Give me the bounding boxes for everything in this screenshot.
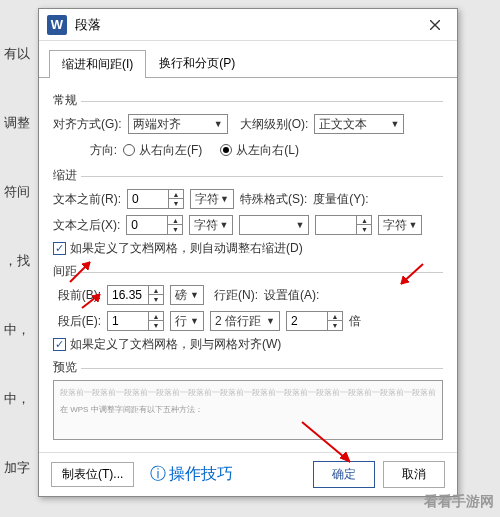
checkbox-checked-icon: ✓	[53, 242, 66, 255]
paragraph-dialog: W 段落 缩进和间距(I) 换行和分页(P) 常规 对齐方式(G): 两端对齐 …	[38, 8, 458, 497]
before-para-unit-combo[interactable]: 磅▼	[170, 285, 204, 305]
before-unit-combo[interactable]: 字符▼	[190, 189, 234, 209]
before-para-input[interactable]	[108, 286, 148, 304]
set-value-spinner[interactable]: ▲▼	[286, 311, 343, 331]
tab-indent-spacing[interactable]: 缩进和间距(I)	[49, 50, 146, 78]
alignment-label: 对齐方式(G):	[53, 116, 122, 133]
radio-ltr-label: 从左向右(L)	[236, 142, 299, 159]
spin-up-icon[interactable]: ▲	[328, 312, 342, 321]
grid-align-label: 如果定义了文档网格，则与网格对齐(W)	[70, 336, 281, 353]
group-preview: 预览	[53, 359, 443, 376]
dialog-body: 常规 对齐方式(G): 两端对齐 ▼ 大纲级别(O): 正文文本 ▼ 方向: 从…	[39, 78, 457, 452]
line-spacing-combo[interactable]: 2 倍行距▼	[210, 311, 280, 331]
special-combo[interactable]: ▼	[239, 215, 309, 235]
group-spacing: 间距	[53, 263, 443, 280]
radio-icon-checked	[220, 144, 232, 156]
spin-up-icon[interactable]: ▲	[357, 216, 371, 225]
alignment-value: 两端对齐	[133, 116, 181, 133]
text-after-spinner[interactable]: ▲▼	[126, 215, 183, 235]
watermark-text: 看看手游网	[424, 493, 494, 511]
spin-up-icon[interactable]: ▲	[149, 312, 163, 321]
preview-box: 段落前一段落前一段落前一段落前一段落前一段落前一段落前一段落前一段落前一段落前一…	[53, 380, 443, 440]
line-spacing-label: 行距(N):	[210, 287, 258, 304]
direction-radio-group: 从右向左(F) 从左向右(L)	[123, 142, 299, 159]
spin-up-icon[interactable]: ▲	[169, 190, 183, 199]
before-para-label: 段前(B):	[53, 287, 101, 304]
spin-down-icon[interactable]: ▼	[149, 295, 163, 304]
cancel-button[interactable]: 取消	[383, 461, 445, 488]
measure-input[interactable]	[316, 216, 356, 234]
alignment-combo[interactable]: 两端对齐 ▼	[128, 114, 228, 134]
tips-link[interactable]: ⓘ 操作技巧	[150, 464, 233, 485]
radio-ltr[interactable]: 从左向右(L)	[220, 142, 299, 159]
background-document-text: 有以 调整 符间 ，找 中， 中， 加字	[0, 0, 40, 517]
chevron-down-icon: ▼	[214, 119, 223, 129]
text-before-input[interactable]	[128, 190, 168, 208]
spin-down-icon[interactable]: ▼	[168, 225, 182, 234]
text-before-spinner[interactable]: ▲▼	[127, 189, 184, 209]
direction-label: 方向:	[53, 142, 117, 159]
tabstops-button[interactable]: 制表位(T)...	[51, 462, 134, 487]
group-indent: 缩进	[53, 167, 443, 184]
measure-label: 度量值(Y):	[313, 191, 368, 208]
text-before-label: 文本之前(R):	[53, 191, 121, 208]
spin-down-icon[interactable]: ▼	[169, 199, 183, 208]
auto-adjust-checkbox[interactable]: ✓ 如果定义了文档网格，则自动调整右缩进(D)	[53, 240, 443, 257]
ok-button[interactable]: 确定	[313, 461, 375, 488]
after-para-spinner[interactable]: ▲▼	[107, 311, 164, 331]
set-value-unit: 倍	[349, 313, 369, 330]
chevron-down-icon: ▼	[220, 194, 229, 204]
titlebar: W 段落	[39, 9, 457, 41]
spin-up-icon[interactable]: ▲	[168, 216, 182, 225]
after-para-label: 段后(E):	[53, 313, 101, 330]
radio-icon	[123, 144, 135, 156]
spin-down-icon[interactable]: ▼	[149, 321, 163, 330]
radio-rtl-label: 从右向左(F)	[139, 142, 202, 159]
radio-rtl[interactable]: 从右向左(F)	[123, 142, 202, 159]
tips-label: 操作技巧	[169, 464, 233, 485]
outline-label: 大纲级别(O):	[240, 116, 309, 133]
outline-value: 正文文本	[319, 116, 367, 133]
text-after-label: 文本之后(X):	[53, 217, 120, 234]
grid-align-checkbox[interactable]: ✓ 如果定义了文档网格，则与网格对齐(W)	[53, 336, 443, 353]
spin-up-icon[interactable]: ▲	[149, 286, 163, 295]
set-value-input[interactable]	[287, 312, 327, 330]
app-icon: W	[47, 15, 67, 35]
group-general: 常规	[53, 92, 443, 109]
checkbox-checked-icon: ✓	[53, 338, 66, 351]
before-para-spinner[interactable]: ▲▼	[107, 285, 164, 305]
close-button[interactable]	[421, 13, 449, 37]
preview-placeholder-2: 在 WPS 中调整字间距有以下五种方法：	[60, 404, 436, 415]
tab-bar: 缩进和间距(I) 换行和分页(P)	[39, 41, 457, 78]
after-para-input[interactable]	[108, 312, 148, 330]
set-value-label: 设置值(A):	[264, 287, 319, 304]
dialog-footer: 制表位(T)... ⓘ 操作技巧 确定 取消	[39, 452, 457, 496]
after-unit-combo[interactable]: 字符▼	[189, 215, 233, 235]
close-icon	[430, 20, 440, 30]
auto-adjust-label: 如果定义了文档网格，则自动调整右缩进(D)	[70, 240, 303, 257]
special-label: 特殊格式(S):	[240, 191, 307, 208]
tab-pagination[interactable]: 换行和分页(P)	[146, 49, 248, 77]
outline-combo[interactable]: 正文文本 ▼	[314, 114, 404, 134]
chevron-down-icon: ▼	[190, 290, 199, 300]
measure-unit-combo[interactable]: 字符▼	[378, 215, 422, 235]
text-after-input[interactable]	[127, 216, 167, 234]
chevron-down-icon: ▼	[295, 220, 304, 230]
chevron-down-icon: ▼	[390, 119, 399, 129]
spin-down-icon[interactable]: ▼	[328, 321, 342, 330]
chevron-down-icon: ▼	[266, 316, 275, 326]
lightbulb-icon: ⓘ	[150, 464, 166, 485]
chevron-down-icon: ▼	[219, 220, 228, 230]
dialog-title: 段落	[75, 16, 421, 34]
chevron-down-icon: ▼	[190, 316, 199, 326]
measure-spinner[interactable]: ▲▼	[315, 215, 372, 235]
after-para-unit-combo[interactable]: 行▼	[170, 311, 204, 331]
spin-down-icon[interactable]: ▼	[357, 225, 371, 234]
preview-placeholder-1: 段落前一段落前一段落前一段落前一段落前一段落前一段落前一段落前一段落前一段落前一…	[60, 387, 436, 398]
chevron-down-icon: ▼	[408, 220, 417, 230]
